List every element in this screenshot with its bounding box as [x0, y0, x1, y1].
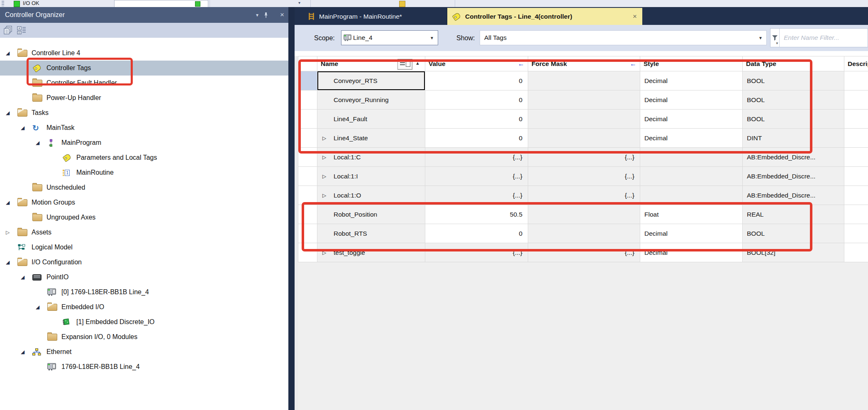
- tree-item-io-configuration[interactable]: ◢ I/O Configuration: [0, 255, 288, 270]
- expand-row-icon[interactable]: ▷: [322, 154, 326, 160]
- filter-button[interactable]: ▾: [770, 29, 780, 47]
- open-folder-icon: [17, 50, 27, 57]
- dropdown-icon[interactable]: ▼: [758, 36, 763, 40]
- expanded-icon[interactable]: ◢: [6, 50, 17, 56]
- tree-item-1-embedded-discrete-io[interactable]: [1] Embedded Discrete_IO: [0, 315, 288, 329]
- tree-item-power-up-handler[interactable]: Power-Up Handler: [0, 90, 288, 105]
- folder-icon: [17, 229, 27, 236]
- tree-item-parameters-and-local-tags[interactable]: Parameters and Local Tags: [0, 150, 288, 165]
- folder-icon: [32, 214, 42, 221]
- expanded-icon[interactable]: ◢: [36, 304, 47, 310]
- expand-row-icon[interactable]: ▷: [322, 193, 326, 198]
- controller-icon: [47, 288, 61, 296]
- controller-organizer-tree: ◢ Controller Line 4 Controller Tags Cont…: [0, 38, 288, 410]
- description-cell[interactable]: [844, 243, 868, 262]
- tree-item-ethernet[interactable]: ◢ Ethernet: [0, 344, 288, 359]
- description-cell[interactable]: [844, 205, 868, 224]
- tree-item-mainroutine[interactable]: 1 MainRoutine: [0, 165, 288, 180]
- expanded-icon[interactable]: ◢: [6, 110, 17, 116]
- logical-model-icon: [17, 244, 32, 251]
- annotation-box-robot-tags: [302, 202, 812, 251]
- tree-item-logical-model[interactable]: Logical Model: [0, 240, 288, 255]
- scope-value: Line_4: [353, 34, 373, 41]
- expanded-icon[interactable]: ◢: [21, 125, 32, 131]
- expanded-icon[interactable]: ◢: [21, 349, 32, 355]
- tag-row-local-1-i: ▷ Local:1:I {...} {...} AB:Embedded_Disc…: [298, 167, 868, 186]
- organizer-toolbar: [0, 23, 288, 38]
- tree-item-0-1769-l18er-bb1b-line-4[interactable]: [0] 1769-L18ER-BB1B Line_4: [0, 285, 288, 300]
- io-card-icon: [62, 318, 76, 326]
- expanded-icon[interactable]: ◢: [6, 259, 17, 265]
- scope-label: Scope:: [314, 25, 335, 51]
- description-cell[interactable]: [844, 71, 868, 90]
- close-icon[interactable]: ×: [633, 12, 637, 21]
- tag-grid-empty-area: [298, 262, 868, 410]
- description-cell[interactable]: [844, 129, 868, 148]
- organizer-options-icon[interactable]: [17, 26, 27, 35]
- document-tab-bar: MainProgram - MainRoutine* Controller Ta…: [295, 7, 868, 25]
- description-cell[interactable]: [844, 186, 868, 205]
- collapsed-icon[interactable]: ▷: [6, 229, 17, 235]
- open-folder-icon: [47, 304, 57, 311]
- tree-item-mainprogram[interactable]: ◢ MainProgram: [0, 135, 288, 150]
- description-cell[interactable]: [844, 167, 868, 186]
- tree-item-embedded-io[interactable]: ◢ Embedded I/O: [0, 300, 288, 315]
- annotation-box-controller-tags: [27, 58, 133, 85]
- tree-item-1769-l18er-bb1b-line-4[interactable]: 1769-L18ER-BB1B Line_4: [0, 359, 288, 374]
- dropdown-icon: ▾: [776, 41, 778, 45]
- tree-item-ungrouped-axes[interactable]: Ungrouped Axes: [0, 210, 288, 225]
- expanded-icon[interactable]: ◢: [6, 200, 17, 205]
- description-cell[interactable]: [844, 110, 868, 129]
- tree-item-tasks[interactable]: ◢ Tasks: [0, 105, 288, 120]
- tree-item-expansion-io[interactable]: Expansion I/O, 0 Modules: [0, 329, 288, 344]
- toolbar-grip-icon: [2, 1, 4, 6]
- collapse-all-icon[interactable]: [3, 26, 13, 35]
- description-cell[interactable]: [844, 224, 868, 243]
- open-folder-icon: [17, 199, 27, 206]
- tag-icon: [63, 153, 72, 162]
- expand-row-icon[interactable]: ▷: [322, 173, 326, 179]
- svg-text:1: 1: [66, 171, 69, 175]
- value-cell[interactable]: {...}: [425, 167, 528, 186]
- row-selector[interactable]: [298, 167, 317, 186]
- panel-header: Controller Organizer ▼ ×: [0, 7, 288, 23]
- scope-combobox[interactable]: Line_4 ▼: [341, 30, 438, 45]
- dropdown-icon[interactable]: ▼: [430, 36, 434, 40]
- panel-menu-icon[interactable]: ▼: [251, 13, 263, 17]
- funnel-icon: [771, 34, 778, 41]
- expanded-icon[interactable]: ◢: [21, 274, 32, 280]
- toolbar-combobox[interactable]: [114, 0, 208, 7]
- tree-item-motion-groups[interactable]: ◢ Motion Groups: [0, 195, 288, 210]
- close-icon[interactable]: ×: [276, 11, 288, 19]
- tree-item-maintask[interactable]: ◢ ↻ MainTask: [0, 120, 288, 135]
- pin-icon[interactable]: [263, 12, 276, 18]
- routine-icon: 1: [62, 169, 76, 177]
- name-filter-input[interactable]: [780, 29, 868, 47]
- show-combobox[interactable]: All Tags ▼: [480, 30, 767, 45]
- program-icon: [47, 139, 61, 147]
- tree-item-pointio[interactable]: ◢ PointIO: [0, 270, 288, 285]
- ladder-icon: [308, 12, 315, 20]
- toolbar-save-icon[interactable]: [399, 1, 405, 7]
- style-cell[interactable]: [640, 167, 743, 186]
- tree-item-assets[interactable]: ▷ Assets: [0, 225, 288, 240]
- name-cell[interactable]: ▷ Local:1:I: [317, 167, 425, 186]
- open-folder-icon: [17, 110, 27, 117]
- tab-mainprogram-mainroutine[interactable]: MainProgram - MainRoutine*: [305, 8, 447, 25]
- description-cell[interactable]: [844, 90, 868, 110]
- ethernet-icon: [32, 348, 46, 356]
- force-mask-cell[interactable]: {...}: [528, 167, 640, 186]
- toolbar-dropdown-icon[interactable]: ▾: [298, 0, 300, 5]
- tab-label: Controller Tags - Line_4(controller): [465, 13, 572, 20]
- show-value: All Tags: [484, 34, 507, 41]
- open-folder-icon: [17, 259, 27, 266]
- online-status-icon: [195, 1, 200, 7]
- column-header-description[interactable]: Description: [844, 56, 868, 71]
- tree-item-unscheduled[interactable]: Unscheduled: [0, 180, 288, 195]
- tab-controller-tags[interactable]: Controller Tags - Line_4(controller) ×: [447, 8, 642, 25]
- data-type-cell[interactable]: AB:Embedded_Discre...: [743, 167, 844, 186]
- description-cell[interactable]: [844, 148, 868, 167]
- controller-icon: [344, 34, 351, 41]
- expanded-icon[interactable]: ◢: [36, 140, 47, 146]
- panel-splitter[interactable]: [288, 7, 295, 410]
